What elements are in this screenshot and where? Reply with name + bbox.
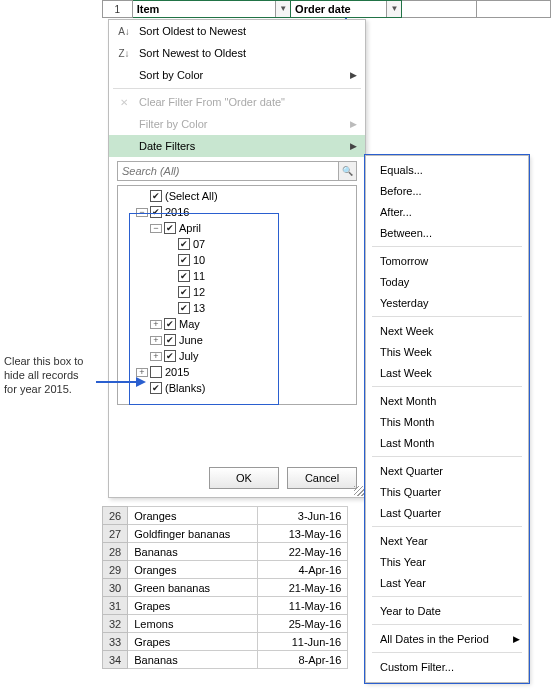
menu-sort-newest[interactable]: Z↓ Sort Newest to Oldest (109, 42, 365, 64)
tree-2015[interactable]: +2015 (122, 364, 352, 380)
resize-grip-icon[interactable] (354, 486, 364, 496)
cell-date[interactable]: 22-May-16 (258, 543, 348, 561)
filter-dropdown-date[interactable]: ▼ (386, 1, 401, 17)
cell-item[interactable]: Bananas (128, 651, 258, 669)
tree-07[interactable]: 07 (122, 236, 352, 252)
date-filters-submenu: Equals... Before... After... Between... … (365, 155, 529, 683)
sm-custom-filter[interactable]: Custom Filter... (366, 656, 528, 677)
cell-item[interactable]: Oranges (128, 561, 258, 579)
cancel-button[interactable]: Cancel (287, 467, 357, 489)
table-row[interactable]: 27Goldfinger bananas13-May-16 (103, 525, 348, 543)
table-row[interactable]: 34Bananas8-Apr-16 (103, 651, 348, 669)
sm-next-year[interactable]: Next Year (366, 530, 528, 551)
sm-this-year[interactable]: This Year (366, 551, 528, 572)
sm-this-week[interactable]: This Week (366, 341, 528, 362)
sm-between[interactable]: Between... (366, 222, 528, 243)
cell-item[interactable]: Grapes (128, 633, 258, 651)
tree-10[interactable]: 10 (122, 252, 352, 268)
table-row[interactable]: 28Bananas22-May-16 (103, 543, 348, 561)
cell-date[interactable]: 3-Jun-16 (258, 507, 348, 525)
row-label: 33 (103, 633, 128, 651)
cell-item[interactable]: Grapes (128, 597, 258, 615)
table-row[interactable]: 26Oranges3-Jun-16 (103, 507, 348, 525)
sm-before[interactable]: Before... (366, 180, 528, 201)
cell-date[interactable]: 21-May-16 (258, 579, 348, 597)
sm-last-week[interactable]: Last Week (366, 362, 528, 383)
tree-blanks[interactable]: (Blanks) (122, 380, 352, 396)
tree-2016[interactable]: −2016 (122, 204, 352, 220)
checkbox-icon[interactable] (150, 382, 162, 394)
sm-all-dates-period[interactable]: All Dates in the Period▶ (366, 628, 528, 649)
sm-today[interactable]: Today (366, 271, 528, 292)
filter-dropdown-item[interactable]: ▼ (275, 1, 290, 17)
cell-date[interactable]: 8-Apr-16 (258, 651, 348, 669)
checkbox-icon[interactable] (164, 334, 176, 346)
menu-sort-oldest[interactable]: A↓ Sort Oldest to Newest (109, 20, 365, 42)
cell-date[interactable]: 4-Apr-16 (258, 561, 348, 579)
sm-tomorrow[interactable]: Tomorrow (366, 250, 528, 271)
tree-june[interactable]: +June (122, 332, 352, 348)
ok-button[interactable]: OK (209, 467, 279, 489)
sm-next-month[interactable]: Next Month (366, 390, 528, 411)
cell-item[interactable]: Goldfinger bananas (128, 525, 258, 543)
search-input[interactable] (117, 161, 339, 181)
cell-item[interactable]: Bananas (128, 543, 258, 561)
checkbox-icon[interactable] (178, 270, 190, 282)
cell-date[interactable]: 25-May-16 (258, 615, 348, 633)
tree-july[interactable]: +July (122, 348, 352, 364)
sm-yesterday[interactable]: Yesterday (366, 292, 528, 313)
checkbox-icon[interactable] (150, 366, 162, 378)
menu-sort-color[interactable]: Sort by Color ▶ (109, 64, 365, 86)
cell-date[interactable]: 13-May-16 (258, 525, 348, 543)
checkbox-icon[interactable] (150, 190, 162, 202)
checkbox-icon[interactable] (164, 318, 176, 330)
table-row[interactable]: 31Grapes11-May-16 (103, 597, 348, 615)
cell-item[interactable]: Green bananas (128, 579, 258, 597)
expand-icon[interactable]: + (150, 352, 162, 361)
checkbox-icon[interactable] (164, 350, 176, 362)
header-item[interactable]: Item ▼ (132, 1, 290, 18)
tree-13[interactable]: 13 (122, 300, 352, 316)
header-order-date[interactable]: Order date ▼ (291, 1, 402, 18)
checkbox-icon[interactable] (178, 254, 190, 266)
tree-12[interactable]: 12 (122, 284, 352, 300)
tree-11[interactable]: 11 (122, 268, 352, 284)
table-row[interactable]: 33Grapes11-Jun-16 (103, 633, 348, 651)
collapse-icon[interactable]: − (150, 224, 162, 233)
sheet-header: 1 Item ▼ Order date ▼ (102, 0, 551, 18)
menu-clear-filter: ✕ Clear Filter From "Order date" (109, 91, 365, 113)
cell-item[interactable]: Oranges (128, 507, 258, 525)
sm-last-month[interactable]: Last Month (366, 432, 528, 453)
table-row[interactable]: 29Oranges4-Apr-16 (103, 561, 348, 579)
expand-icon[interactable]: + (136, 368, 148, 377)
checkbox-icon[interactable] (178, 286, 190, 298)
tree-may[interactable]: +May (122, 316, 352, 332)
collapse-icon[interactable]: − (136, 208, 148, 217)
table-row[interactable]: 32Lemons25-May-16 (103, 615, 348, 633)
sm-last-year[interactable]: Last Year (366, 572, 528, 593)
filter-tree[interactable]: (Select All) −2016 −April 07 10 11 12 13… (117, 185, 357, 405)
expand-icon[interactable]: + (150, 320, 162, 329)
sm-equals[interactable]: Equals... (366, 159, 528, 180)
menu-date-filters[interactable]: Date Filters ▶ (109, 135, 365, 157)
checkbox-icon[interactable] (150, 206, 162, 218)
checkbox-icon[interactable] (178, 302, 190, 314)
checkbox-icon[interactable] (178, 238, 190, 250)
sm-next-week[interactable]: Next Week (366, 320, 528, 341)
sm-this-month[interactable]: This Month (366, 411, 528, 432)
row-label: 32 (103, 615, 128, 633)
cell-item[interactable]: Lemons (128, 615, 258, 633)
sm-this-quarter[interactable]: This Quarter (366, 481, 528, 502)
tree-april[interactable]: −April (122, 220, 352, 236)
table-row[interactable]: 30Green bananas21-May-16 (103, 579, 348, 597)
sm-last-quarter[interactable]: Last Quarter (366, 502, 528, 523)
checkbox-icon[interactable] (164, 222, 176, 234)
sm-after[interactable]: After... (366, 201, 528, 222)
sm-next-quarter[interactable]: Next Quarter (366, 460, 528, 481)
search-button[interactable]: 🔍 (339, 161, 357, 181)
expand-icon[interactable]: + (150, 336, 162, 345)
cell-date[interactable]: 11-May-16 (258, 597, 348, 615)
cell-date[interactable]: 11-Jun-16 (258, 633, 348, 651)
sm-year-to-date[interactable]: Year to Date (366, 600, 528, 621)
tree-select-all[interactable]: (Select All) (122, 188, 352, 204)
